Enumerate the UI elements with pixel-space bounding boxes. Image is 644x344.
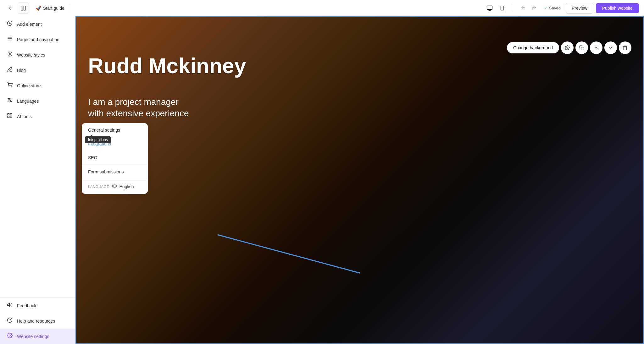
svg-line-26: [218, 235, 360, 273]
help-icon: [6, 317, 13, 325]
styles-icon: [6, 51, 13, 58]
undo-button[interactable]: [518, 3, 528, 13]
integrations-tooltip: Integrations: [85, 136, 111, 143]
saved-indicator: ✓ Saved: [544, 6, 561, 10]
svg-rect-17: [10, 113, 12, 115]
panel-toggle-button[interactable]: [18, 3, 29, 14]
device-switcher: [484, 3, 508, 14]
mobile-view-button[interactable]: [497, 3, 508, 14]
sidebar-item-pages-navigation[interactable]: Pages and navigation: [0, 32, 75, 47]
canvas-area[interactable]: Change background Rudd Mc: [75, 16, 644, 344]
dropdown-language-selector[interactable]: LANGUAGE English: [82, 179, 148, 194]
start-guide-button[interactable]: 🚀 Start guide: [31, 4, 69, 13]
dropdown-form-submissions[interactable]: Form submissions: [82, 165, 148, 179]
feedback-icon: [6, 302, 13, 309]
sidebar-bottom: Feedback Help and resources Website sett…: [0, 298, 75, 344]
back-button[interactable]: [5, 3, 15, 13]
section-settings-button[interactable]: [561, 41, 574, 54]
hero-title[interactable]: Rudd Mckinney: [88, 54, 246, 78]
svg-rect-5: [501, 6, 503, 10]
svg-point-15: [11, 87, 12, 87]
section-move-up-button[interactable]: [590, 41, 602, 54]
blog-icon: [6, 67, 13, 74]
desktop-view-button[interactable]: [484, 3, 495, 14]
section-duplicate-button[interactable]: [575, 41, 588, 54]
svg-rect-19: [8, 116, 9, 118]
svg-point-23: [9, 335, 11, 336]
svg-point-24: [567, 47, 568, 48]
sidebar-item-ai-tools[interactable]: AI tools: [0, 109, 75, 124]
rocket-icon: 🚀: [36, 6, 41, 11]
redo-button[interactable]: [529, 3, 539, 13]
section-move-down-button[interactable]: [604, 41, 617, 54]
svg-rect-16: [8, 113, 9, 115]
canvas-background: Change background Rudd Mc: [75, 16, 644, 344]
sidebar-item-languages[interactable]: Languages: [0, 93, 75, 109]
settings-gear-icon: [6, 333, 13, 340]
globe-icon: [112, 183, 117, 189]
check-icon: ✓: [544, 6, 547, 10]
main-layout: Add element Pages and navigation Website…: [0, 16, 644, 344]
svg-rect-0: [21, 6, 23, 10]
svg-rect-1: [24, 6, 25, 10]
svg-rect-25: [581, 47, 584, 50]
sidebar-item-blog[interactable]: Blog: [0, 63, 75, 78]
sidebar-item-add-element[interactable]: Add element: [0, 16, 75, 32]
dropdown-seo[interactable]: SEO: [82, 151, 148, 165]
add-icon: [6, 20, 13, 28]
sidebar-item-website-settings[interactable]: Website settings: [0, 329, 75, 344]
undo-redo-group: [518, 3, 539, 13]
publish-button[interactable]: Publish website: [596, 3, 639, 13]
top-navigation: 🚀 Start guide: [0, 0, 644, 16]
sidebar-spacer: [0, 124, 75, 298]
sidebar-item-online-store[interactable]: Online store: [0, 78, 75, 93]
svg-rect-18: [10, 116, 12, 118]
hero-content: Rudd Mckinney I am a project managerwith…: [88, 54, 246, 119]
website-settings-dropdown: General settings Integrations SEO Form s…: [82, 123, 148, 194]
store-icon: [6, 82, 13, 89]
sidebar: Add element Pages and navigation Website…: [0, 16, 75, 344]
change-background-button[interactable]: Change background: [507, 42, 559, 53]
section-delete-button[interactable]: [619, 41, 631, 54]
svg-marker-20: [8, 303, 10, 307]
hero-subtitle[interactable]: I am a project managerwith extensive exp…: [88, 96, 246, 119]
sidebar-item-help-resources[interactable]: Help and resources: [0, 313, 75, 329]
floating-section-toolbar: Change background: [507, 41, 631, 54]
languages-icon: [6, 97, 13, 105]
svg-rect-2: [487, 6, 492, 9]
sidebar-item-website-styles[interactable]: Website styles: [0, 47, 75, 63]
svg-point-13: [9, 53, 11, 55]
pages-icon: [6, 36, 13, 43]
sidebar-item-feedback[interactable]: Feedback: [0, 298, 75, 313]
svg-point-14: [9, 87, 9, 87]
ai-icon: [6, 113, 13, 120]
preview-button[interactable]: Preview: [566, 3, 593, 14]
nav-divider: [513, 4, 513, 12]
